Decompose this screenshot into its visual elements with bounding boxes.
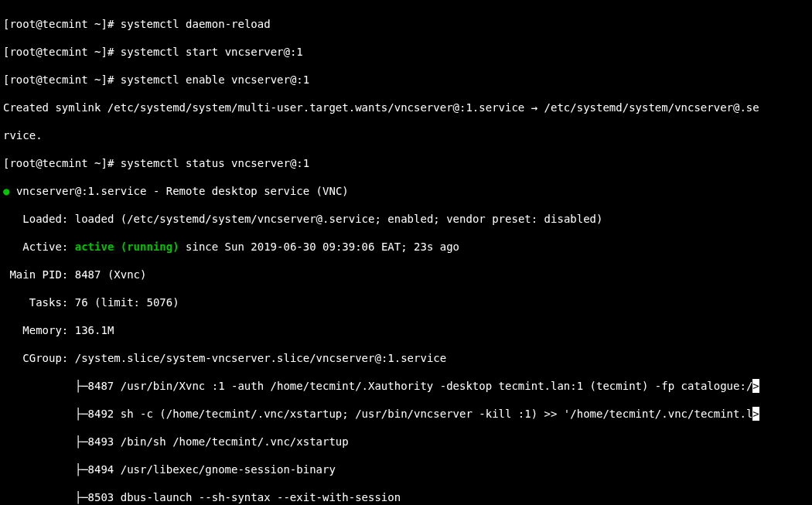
status-loaded: Loaded: loaded (/etc/systemd/system/vncs… [3, 212, 809, 226]
status-mainpid: Main PID: 8487 (Xvnc) [3, 268, 809, 282]
prompt-line: [root@tecmint ~]# systemctl start vncser… [3, 45, 809, 59]
process-line: ├─8493 /bin/sh /home/tecmint/.vnc/xstart… [3, 435, 809, 449]
truncation-marker-icon: > [752, 407, 759, 421]
command-text: systemctl start vncserver@:1 [121, 46, 303, 58]
terminal-output[interactable]: [root@tecmint ~]# systemctl daemon-reloa… [0, 0, 812, 505]
truncation-marker-icon: > [752, 379, 759, 393]
prompt-line: [root@tecmint ~]# systemctl enable vncse… [3, 73, 809, 87]
command-text: systemctl status vncserver@:1 [121, 157, 309, 169]
output-text: rvice. [3, 128, 809, 142]
status-cgroup: CGroup: /system.slice/system-vncserver.s… [3, 351, 809, 365]
process-line: ├─8494 /usr/libexec/gnome-session-binary [3, 462, 809, 476]
command-text: systemctl enable vncserver@:1 [121, 73, 309, 86]
active-state: active (running) [75, 241, 179, 253]
process-line: ├─8487 /usr/bin/Xvnc :1 -auth /home/tecm… [3, 379, 809, 393]
output-text: Created symlink /etc/systemd/system/mult… [3, 101, 809, 114]
status-tasks: Tasks: 76 (limit: 5076) [3, 295, 809, 309]
prompt-line: [root@tecmint ~]# systemctl status vncse… [3, 156, 809, 170]
unit-header: ● vncserver@:1.service - Remote desktop … [3, 184, 809, 198]
command-text: systemctl daemon-reload [121, 18, 271, 30]
prompt-line: [root@tecmint ~]# systemctl daemon-reloa… [3, 17, 809, 31]
status-dot-icon: ● [3, 185, 9, 197]
status-memory: Memory: 136.1M [3, 323, 809, 337]
process-line: ├─8503 dbus-launch --sh-syntax --exit-wi… [3, 490, 809, 504]
status-active: Active: active (running) since Sun 2019-… [3, 240, 809, 254]
process-line: ├─8492 sh -c (/home/tecmint/.vnc/xstartu… [3, 407, 809, 421]
